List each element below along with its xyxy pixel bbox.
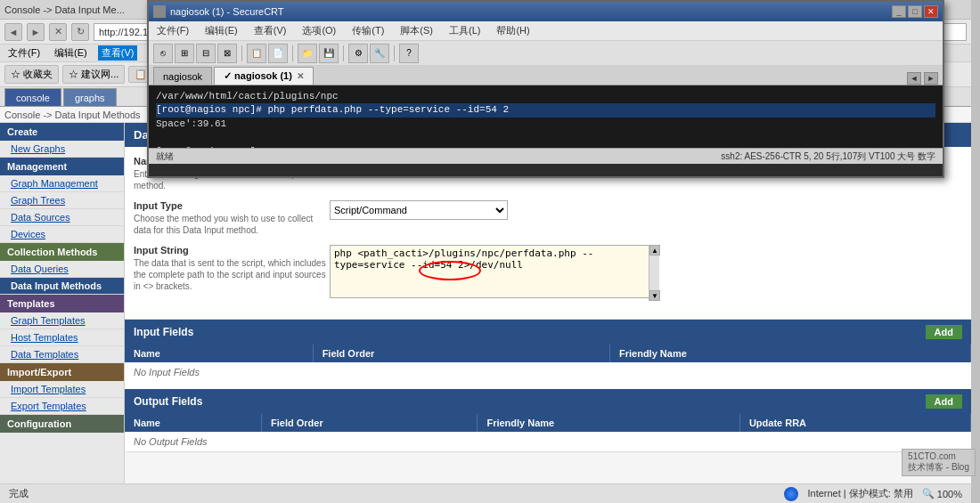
output-fields-col-friendly: Friendly Name bbox=[478, 414, 739, 432]
terminal-content: /var/www/html/cacti/plugins/npc [root@na… bbox=[149, 85, 943, 148]
terminal-menu-edit[interactable]: 编辑(E) bbox=[201, 22, 241, 39]
toolbar-btn-7[interactable]: 📁 bbox=[298, 44, 317, 63]
toolbar-suggestion[interactable]: ☆ 建议网... bbox=[62, 65, 125, 84]
terminal-menu-options[interactable]: 选项(O) bbox=[298, 22, 339, 39]
output-fields-empty-row: No Output Fields bbox=[125, 432, 971, 451]
toolbar-btn-8[interactable]: 💾 bbox=[319, 44, 339, 63]
terminal-tab-2-close[interactable]: ✕ bbox=[297, 71, 304, 81]
terminal-menu-script[interactable]: 脚本(S) bbox=[396, 22, 437, 39]
tab-graphs[interactable]: graphs bbox=[63, 88, 117, 106]
sidebar-item-graph-trees[interactable]: Graph Trees bbox=[0, 192, 124, 209]
terminal-window: nagiosok (1) - SecureCRT _ □ ✕ 文件(F) 编辑(… bbox=[147, 0, 944, 178]
toolbar-btn-4[interactable]: ⊠ bbox=[217, 44, 237, 63]
zoom-level: 100% bbox=[937, 489, 962, 499]
terminal-line-2-highlight: [root@nagios npc]# php perfdata.php --ty… bbox=[156, 103, 935, 117]
status-bar: 完成 Internet | 保护模式: 禁用 🔍 100% bbox=[0, 483, 971, 503]
forward-button[interactable]: ► bbox=[27, 23, 45, 41]
input-fields-col-friendly: Friendly Name bbox=[609, 345, 970, 362]
output-fields-col-order: Field Order bbox=[262, 414, 478, 432]
output-fields-table: Name Field Order Friendly Name Update RR… bbox=[125, 414, 971, 451]
toolbar-btn-6[interactable]: 📄 bbox=[268, 44, 288, 63]
toolbar-sep-4 bbox=[394, 45, 395, 61]
toolbar-btn-5[interactable]: 📋 bbox=[247, 44, 266, 63]
sidebar-item-data-templates[interactable]: Data Templates bbox=[0, 346, 124, 363]
input-type-desc: Choose the method you wish to use to col… bbox=[134, 213, 330, 236]
input-fields-col-name: Name bbox=[125, 345, 313, 362]
terminal-tab-1[interactable]: nagiosok bbox=[153, 67, 212, 85]
sidebar-header-importexport: Import/Export bbox=[0, 363, 124, 381]
ie-icon bbox=[784, 487, 798, 501]
sidebar-item-host-templates[interactable]: Host Templates bbox=[0, 329, 124, 346]
output-fields-header: Output Fields Add bbox=[125, 389, 971, 414]
textarea-scrollbar[interactable]: ▲ ▼ bbox=[649, 245, 659, 301]
scroll-down-arrow[interactable]: ▼ bbox=[649, 290, 660, 301]
terminal-line-4 bbox=[156, 131, 935, 144]
bottom-area bbox=[125, 451, 971, 483]
input-string-desc: The data that is sent to the script, whi… bbox=[134, 257, 330, 292]
form-row-input-string: Input String The data that is sent to th… bbox=[134, 245, 962, 301]
terminal-menu-file[interactable]: 文件(F) bbox=[153, 22, 192, 39]
terminal-line-3: Space':39.61 bbox=[156, 118, 935, 131]
watermark: 51CTO.com 技术博客 - Blog bbox=[902, 449, 976, 476]
sidebar-item-new-graphs[interactable]: New Graphs bbox=[0, 141, 124, 158]
watermark-line1: 51CTO.com bbox=[908, 451, 969, 461]
terminal-tab-2[interactable]: ✓ nagiosok (1) ✕ bbox=[214, 67, 314, 85]
stop-button[interactable]: ✕ bbox=[49, 23, 67, 41]
terminal-title: nagiosok (1) - SecureCRT bbox=[170, 6, 284, 17]
sidebar-item-graph-templates[interactable]: Graph Templates bbox=[0, 312, 124, 329]
zoom-control[interactable]: 🔍 100% bbox=[922, 488, 962, 499]
sidebar-item-graph-management[interactable]: Graph Management bbox=[0, 175, 124, 192]
terminal-menu-tools[interactable]: 工具(L) bbox=[445, 22, 484, 39]
toolbar-favorites[interactable]: ☆ 收藏夹 bbox=[4, 65, 59, 84]
status-right: Internet | 保护模式: 禁用 🔍 100% bbox=[784, 487, 962, 501]
terminal-scroll-right[interactable]: ► bbox=[924, 72, 938, 85]
terminal-menu-view[interactable]: 查看(V) bbox=[250, 22, 290, 39]
input-fields-header: Input Fields Add bbox=[125, 320, 971, 345]
sidebar-item-import-templates[interactable]: Import Templates bbox=[0, 381, 124, 398]
sidebar-item-data-sources[interactable]: Data Sources bbox=[0, 209, 124, 226]
toolbar-btn-3[interactable]: ⊟ bbox=[196, 44, 216, 63]
output-fields-section: Output Fields Add Name Field Order Frien… bbox=[125, 389, 971, 451]
browser-title: Console -> Data Input Me... bbox=[4, 4, 125, 15]
sidebar-header-templates: Templates bbox=[0, 295, 124, 312]
toolbar-btn-10[interactable]: 🔧 bbox=[370, 44, 389, 63]
terminal-tab-2-label: ✓ nagiosok (1) bbox=[224, 70, 292, 82]
menu-view[interactable]: 查看(V) bbox=[98, 45, 138, 61]
sidebar-item-devices[interactable]: Devices bbox=[0, 226, 124, 243]
output-fields-add-button[interactable]: Add bbox=[926, 394, 962, 409]
terminal-menubar: 文件(F) 编辑(E) 查看(V) 选项(O) 传输(T) 脚本(S) 工具(L… bbox=[149, 21, 943, 41]
menu-edit[interactable]: 编辑(E) bbox=[51, 45, 91, 61]
scroll-up-arrow[interactable]: ▲ bbox=[649, 245, 660, 256]
sidebar-header-management: Management bbox=[0, 158, 124, 175]
input-type-label: Input Type bbox=[134, 200, 330, 211]
sidebar-item-data-queries[interactable]: Data Queries bbox=[0, 261, 124, 278]
input-fields-add-button[interactable]: Add bbox=[926, 325, 962, 339]
toolbar-btn-1[interactable]: ⎋ bbox=[153, 44, 173, 63]
input-fields-title: Input Fields bbox=[134, 326, 193, 338]
toolbar-btn-2[interactable]: ⊞ bbox=[175, 44, 194, 63]
terminal-menu-help[interactable]: 帮助(H) bbox=[493, 22, 533, 39]
input-string-label: Input String bbox=[134, 245, 330, 256]
menu-file[interactable]: 文件(F) bbox=[4, 45, 44, 61]
back-button[interactable]: ◄ bbox=[4, 23, 22, 41]
input-fields-empty-row: No Input Fields bbox=[125, 362, 971, 382]
tab-graphs-label: graphs bbox=[75, 93, 105, 103]
input-string-control-col: php <path_cacti>/plugins/npc/perfdata.ph… bbox=[330, 245, 962, 301]
output-fields-empty-text: No Output Fields bbox=[125, 432, 971, 451]
input-type-select[interactable]: Script/Command bbox=[330, 200, 508, 220]
terminal-maximize-button[interactable]: □ bbox=[908, 5, 922, 18]
sidebar-item-data-input-methods[interactable]: Data Input Methods bbox=[0, 278, 124, 295]
input-string-textarea[interactable]: php <path_cacti>/plugins/npc/perfdata.ph… bbox=[330, 245, 659, 298]
terminal-menu-transfer[interactable]: 传输(T) bbox=[348, 22, 388, 39]
toolbar-btn-9[interactable]: ⚙ bbox=[348, 44, 368, 63]
refresh-button[interactable]: ↻ bbox=[71, 23, 89, 41]
terminal-scroll-left[interactable]: ◄ bbox=[907, 72, 921, 85]
tab-console-label: console bbox=[16, 93, 50, 103]
sidebar-item-export-templates[interactable]: Export Templates bbox=[0, 398, 124, 415]
terminal-toolbar: ⎋ ⊞ ⊟ ⊠ 📋 📄 📁 💾 ⚙ 🔧 ? bbox=[149, 41, 943, 66]
output-fields-col-rra: Update RRA bbox=[739, 414, 970, 432]
tab-console[interactable]: console bbox=[4, 88, 61, 106]
terminal-minimize-button[interactable]: _ bbox=[892, 5, 906, 18]
toolbar-btn-11[interactable]: ? bbox=[399, 44, 419, 63]
terminal-close-button[interactable]: ✕ bbox=[924, 5, 938, 18]
